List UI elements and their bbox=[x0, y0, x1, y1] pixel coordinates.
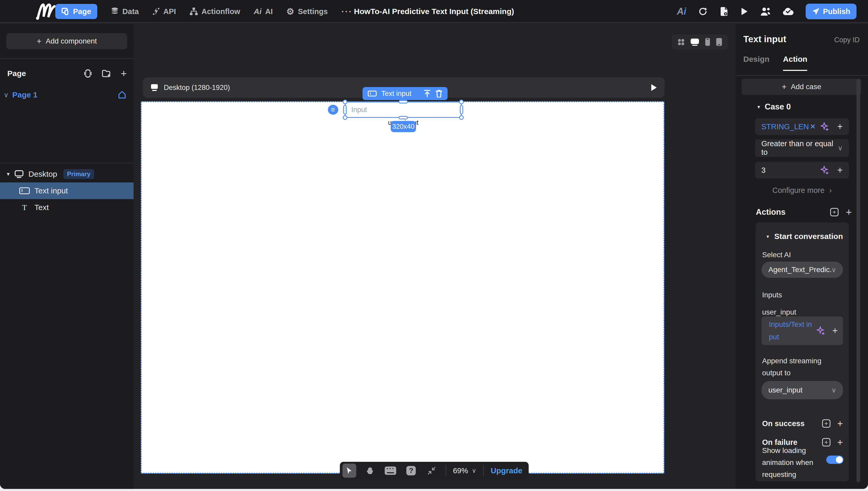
file-settings-icon[interactable] bbox=[720, 6, 729, 17]
tablet-view-icon[interactable] bbox=[716, 38, 723, 46]
preview-icon[interactable] bbox=[740, 7, 748, 16]
resize-handle-w[interactable] bbox=[343, 105, 347, 114]
toggle-knob bbox=[836, 456, 843, 463]
tab-api[interactable]: API bbox=[152, 7, 176, 16]
tree-item-desktop[interactable]: ▾ Desktop Primary bbox=[0, 166, 134, 182]
topbar: Page Data API Actionflow bbox=[0, 0, 868, 23]
on-success-row: On success + + bbox=[762, 418, 843, 429]
action-card-header[interactable]: ▾ Start conversation bbox=[766, 232, 843, 241]
tree-item-text-input[interactable]: I Text input bbox=[0, 182, 134, 199]
text-input-label: Text input bbox=[34, 186, 68, 195]
add-case-button[interactable]: + Add case bbox=[742, 79, 861, 95]
panel-tabs: Design Action bbox=[743, 55, 807, 71]
cloud-saved-icon[interactable] bbox=[783, 7, 794, 16]
ai-assistant-icon[interactable]: Ai bbox=[677, 6, 686, 17]
api-icon bbox=[152, 7, 160, 16]
more-menu-icon[interactable]: ··· bbox=[342, 6, 353, 17]
add-value-icon[interactable]: + bbox=[832, 326, 838, 336]
frame-label: Desktop (1280-1920) bbox=[164, 84, 230, 92]
help-button[interactable]: ? bbox=[404, 464, 418, 478]
collapse-toolbar-button[interactable] bbox=[425, 464, 439, 478]
resize-handle-n[interactable] bbox=[399, 100, 408, 104]
keyboard-icon bbox=[385, 466, 396, 475]
tab-label: API bbox=[163, 7, 176, 16]
hand-tool-button[interactable] bbox=[363, 464, 377, 478]
user-input-value-box[interactable]: Inputs/Text input + bbox=[762, 316, 843, 345]
tab-label: Page bbox=[73, 7, 91, 16]
primary-badge: Primary bbox=[63, 169, 94, 179]
append-label: Append streaming output to bbox=[762, 355, 843, 379]
tab-ai[interactable]: Ai AI bbox=[254, 7, 273, 16]
case-value-field[interactable]: 3 + bbox=[755, 162, 849, 178]
loading-setting-row: Show loading animation when requesting bbox=[762, 444, 843, 481]
tab-design[interactable]: Design bbox=[743, 55, 769, 71]
trash-icon[interactable] bbox=[436, 90, 442, 97]
actionflow-icon bbox=[190, 7, 198, 16]
paste-action-icon[interactable]: + bbox=[822, 419, 831, 428]
append-target-select[interactable]: user_input ∨ bbox=[762, 381, 843, 399]
loading-toggle[interactable] bbox=[826, 456, 843, 464]
tab-settings[interactable]: ⚙ Settings bbox=[287, 6, 328, 17]
configure-more-label: Configure more bbox=[772, 186, 824, 195]
cursor-tool-button[interactable] bbox=[343, 464, 356, 478]
panel-scrollbar[interactable] bbox=[857, 79, 860, 482]
add-folder-icon[interactable] bbox=[102, 69, 110, 78]
history-icon[interactable] bbox=[698, 7, 708, 16]
resize-handle-nw[interactable] bbox=[343, 99, 347, 104]
publish-button[interactable]: Publish bbox=[806, 4, 857, 19]
selection-chip[interactable]: I Text input bbox=[362, 87, 447, 100]
ai-select[interactable]: Agent_Text_Predic... ∨ bbox=[762, 262, 843, 278]
tab-label: Data bbox=[122, 7, 139, 16]
collaborators-icon[interactable] bbox=[760, 7, 771, 16]
zoom-control[interactable]: 69% ∨ bbox=[453, 466, 477, 475]
ai-icon: Ai bbox=[254, 7, 262, 16]
text-input-element[interactable]: Input bbox=[345, 102, 462, 118]
tab-page[interactable]: Page bbox=[55, 4, 97, 19]
plus-icon: + bbox=[37, 37, 42, 45]
tree-item-text[interactable]: T Text bbox=[0, 199, 134, 216]
tab-data[interactable]: Data bbox=[111, 7, 139, 16]
remove-formula-icon[interactable]: ✕ bbox=[810, 122, 816, 131]
add-page-icon[interactable]: + bbox=[121, 68, 127, 79]
operator-value: Greater than or equal to bbox=[761, 139, 838, 156]
configure-more-link[interactable]: Configure more › bbox=[755, 186, 849, 195]
paste-action-icon[interactable]: + bbox=[830, 208, 839, 216]
app-frame: Page Data API Actionflow bbox=[0, 0, 868, 489]
resize-handle-se[interactable] bbox=[459, 115, 464, 120]
add-value-icon[interactable]: + bbox=[837, 122, 843, 132]
gear-icon: ⚙ bbox=[287, 6, 294, 17]
copy-id-button[interactable]: Copy ID bbox=[834, 36, 860, 44]
resize-handle-e[interactable] bbox=[460, 105, 463, 114]
move-to-top-icon[interactable] bbox=[424, 90, 431, 97]
value-sparkle-icon[interactable] bbox=[820, 166, 830, 175]
add-value-icon[interactable]: + bbox=[837, 166, 843, 175]
drag-handle-icon[interactable]: ≡ bbox=[328, 105, 338, 115]
desktop-view-icon[interactable] bbox=[690, 38, 700, 46]
case-formula-field[interactable]: STRING_LEN ✕ + bbox=[755, 118, 849, 135]
formula-value: STRING_LEN bbox=[761, 122, 809, 131]
grid-view-icon[interactable] bbox=[677, 38, 685, 46]
play-icon[interactable] bbox=[650, 84, 657, 91]
chevron-down-icon[interactable]: ∨ bbox=[4, 91, 9, 99]
resize-handle-ne[interactable] bbox=[459, 99, 464, 104]
input-sparkle-icon[interactable] bbox=[817, 326, 825, 335]
ai-select-value: Agent_Text_Predic... bbox=[768, 266, 832, 274]
sidebar-item-page1[interactable]: ∨ Page 1 bbox=[0, 88, 134, 102]
component-panel-icon[interactable] bbox=[84, 69, 91, 78]
caret-down-icon[interactable]: ▾ bbox=[7, 171, 10, 177]
case-operator-select[interactable]: Greater than or equal to ∨ bbox=[755, 139, 849, 157]
resize-handle-sw[interactable] bbox=[343, 115, 347, 120]
upgrade-button[interactable]: Upgrade bbox=[491, 466, 526, 475]
keyboard-shortcuts-button[interactable] bbox=[384, 464, 398, 478]
tab-action[interactable]: Action bbox=[783, 55, 807, 71]
add-success-action-icon[interactable]: + bbox=[837, 418, 843, 429]
resize-handle-s[interactable] bbox=[399, 116, 408, 119]
formula-sparkle-icon[interactable] bbox=[820, 122, 830, 131]
desktop-page-frame[interactable] bbox=[141, 102, 664, 473]
tab-actionflow[interactable]: Actionflow bbox=[190, 7, 240, 16]
add-action-icon[interactable]: + bbox=[846, 207, 852, 218]
case0-header[interactable]: ▾ Case 0 bbox=[757, 102, 791, 112]
phone-view-icon[interactable] bbox=[705, 38, 710, 46]
add-component-button[interactable]: + Add component bbox=[6, 33, 127, 49]
caret-down-icon: ▾ bbox=[766, 233, 769, 239]
